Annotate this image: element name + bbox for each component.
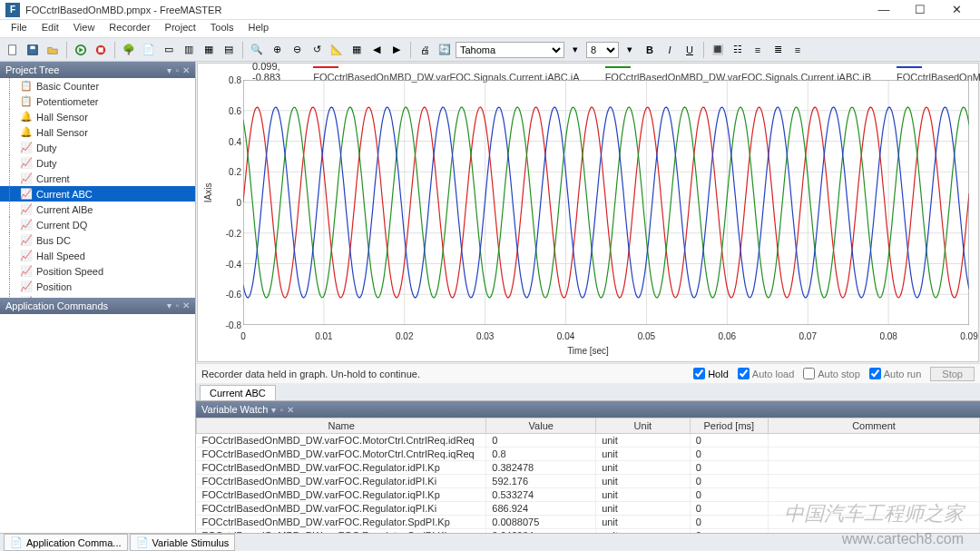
font-size-select[interactable]: 8 [586, 42, 619, 58]
autoload-checkbox[interactable]: Auto load [738, 368, 794, 379]
underline-icon[interactable]: U [681, 41, 699, 59]
watch-cell [768, 488, 979, 502]
dock2-icon[interactable]: ▫ [175, 300, 179, 310]
align-center-icon[interactable]: ≣ [769, 41, 787, 59]
bottom-tab[interactable]: 📄Application Comma... [4, 534, 128, 551]
autostop-checkbox[interactable]: Auto stop [803, 368, 859, 379]
project-tree-header: Project Tree ▾ ▫ ✕ [0, 62, 195, 78]
detail-icon[interactable]: 📄 [140, 41, 158, 59]
stop-icon[interactable] [92, 41, 110, 59]
minimize-button[interactable]: — [866, 0, 902, 20]
close3-icon[interactable]: ✕ [287, 405, 294, 415]
tree-item[interactable]: 📈Current [0, 171, 195, 186]
watch-row[interactable]: FOCctrlBasedOnMBD_DW.varFOC.Regulator.Sp… [197, 516, 980, 529]
new-icon[interactable] [4, 41, 22, 59]
italic-icon[interactable]: I [661, 41, 679, 59]
dock3-icon[interactable]: ▫ [279, 405, 283, 415]
tree-item[interactable]: 🔔Hall Sensor [0, 124, 195, 140]
watch-row[interactable]: FOCctrlBasedOnMBD_DW.varFOC.MotorCtrl.Cn… [197, 434, 980, 448]
align-left-icon[interactable]: ≡ [749, 41, 767, 59]
watch-cell: unit [596, 448, 691, 461]
watch-row[interactable]: FOCctrlBasedOnMBD_DW.varFOC.Regulator.Sp… [197, 529, 980, 534]
zoom-reset-icon[interactable]: ↺ [308, 41, 326, 59]
tree-item[interactable]: 📈Position Speed [0, 263, 195, 279]
watch-cell [768, 461, 979, 475]
open-icon[interactable] [44, 41, 62, 59]
panel-icon[interactable]: ▭ [160, 41, 178, 59]
zoom-full-icon[interactable]: 🔍 [248, 41, 266, 59]
close2-icon[interactable]: ✕ [182, 300, 190, 310]
ruler-icon[interactable]: 📐 [328, 41, 346, 59]
menu-tools[interactable]: Tools [203, 20, 241, 37]
pin3-icon[interactable]: ▾ [271, 405, 276, 415]
chart-area[interactable]: 0.099, -0.883 FOCctrlBasedOnMBD_DW.varFO… [197, 63, 979, 362]
menu-file[interactable]: File [4, 20, 34, 37]
menu-help[interactable]: Help [241, 20, 277, 37]
watch-col-header[interactable]: Period [ms] [690, 418, 768, 434]
watch-col-header[interactable]: Unit [596, 418, 691, 434]
watch-col-header[interactable]: Comment [768, 418, 979, 434]
menu-edit[interactable]: Edit [34, 20, 66, 37]
chart-tabs: Current ABC [196, 383, 980, 401]
zoom-in-icon[interactable]: ⊕ [268, 41, 286, 59]
view3-icon[interactable]: ▤ [220, 41, 238, 59]
x-tick: 0.07 [799, 331, 816, 341]
tree-item[interactable]: 📈Bus DC [0, 232, 195, 248]
app-commands-panel [0, 314, 195, 534]
watch-col-header[interactable]: Name [197, 418, 486, 434]
view1-icon[interactable]: ▥ [180, 41, 198, 59]
watch-row[interactable]: FOCctrlBasedOnMBD_DW.varFOC.Regulator.iq… [197, 488, 980, 502]
pin2-icon[interactable]: ▾ [167, 300, 172, 310]
tree-item[interactable]: 📈Current ABC [0, 186, 195, 202]
prev-icon[interactable]: ◀ [368, 41, 386, 59]
app-icon: F [5, 3, 20, 17]
tree-item[interactable]: 📈Duty [0, 140, 195, 155]
tree-item[interactable]: 📈Position [0, 279, 195, 294]
bottom-tab[interactable]: 📄Variable Stimulus [130, 534, 236, 551]
tree-item[interactable]: 📈Current DQ [0, 217, 195, 232]
tree-item[interactable]: 📈Current AlBe [0, 202, 195, 217]
tab-current-abc[interactable]: Current ABC [200, 385, 276, 400]
align-right-icon[interactable]: ≡ [789, 41, 807, 59]
y-tick: 0 [221, 198, 241, 208]
dock-icon[interactable]: ▫ [175, 65, 179, 75]
print-icon[interactable]: 🖨 [416, 41, 434, 59]
watch-row[interactable]: FOCctrlBasedOnMBD_DW.varFOC.MotorCtrl.Cn… [197, 448, 980, 461]
refresh-icon[interactable]: 🔄 [436, 41, 454, 59]
tree-item[interactable]: 📈Duty [0, 155, 195, 171]
close-panel-icon[interactable]: ✕ [182, 65, 190, 75]
watch-row[interactable]: FOCctrlBasedOnMBD_DW.varFOC.Regulator.id… [197, 461, 980, 475]
layout-icon[interactable]: ☷ [729, 41, 747, 59]
menu-view[interactable]: View [66, 20, 103, 37]
zoom-out-icon[interactable]: ⊖ [288, 41, 306, 59]
bold-icon[interactable]: B [641, 41, 659, 59]
stop-button[interactable]: Stop [930, 367, 975, 381]
autorun-checkbox[interactable]: Auto run [869, 368, 922, 379]
menu-recorder[interactable]: Recorder [102, 20, 157, 37]
tree-item[interactable]: 📈Hall Speed [0, 248, 195, 263]
save-icon[interactable] [24, 41, 42, 59]
dropdown2-icon[interactable]: ▾ [621, 41, 639, 59]
view2-icon[interactable]: ▦ [200, 41, 218, 59]
next-icon[interactable]: ▶ [387, 41, 406, 59]
tree-item-label: Hall Speed [36, 251, 85, 261]
maximize-button[interactable]: ☐ [902, 0, 938, 20]
project-tree[interactable]: 📋Basic Counter📋Potentiometer🔔Hall Sensor… [0, 78, 195, 298]
tree-item[interactable]: 📋Basic Counter [0, 78, 195, 93]
watch-row[interactable]: FOCctrlBasedOnMBD_DW.varFOC.Regulator.id… [197, 475, 980, 488]
watch-col-header[interactable]: Value [486, 418, 596, 434]
watch-row[interactable]: FOCctrlBasedOnMBD_DW.varFOC.Regulator.iq… [197, 502, 980, 516]
tree-icon[interactable]: 🌳 [120, 41, 138, 59]
grid-icon[interactable]: ▦ [348, 41, 366, 59]
menu-project[interactable]: Project [158, 20, 203, 37]
variable-watch[interactable]: NameValueUnitPeriod [ms]CommentFOCctrlBa… [196, 418, 980, 533]
go-icon[interactable] [72, 41, 90, 59]
pin-icon[interactable]: ▾ [167, 65, 172, 75]
dropdown-icon[interactable]: ▾ [566, 41, 584, 59]
tree-item[interactable]: 🔔Hall Sensor [0, 109, 195, 124]
hold-checkbox[interactable]: Hold [693, 368, 729, 379]
color-icon[interactable]: 🔳 [709, 41, 727, 59]
font-select[interactable]: Tahoma [456, 42, 564, 58]
tree-item[interactable]: 📋Potentiometer [0, 93, 195, 109]
close-button[interactable]: ✕ [938, 0, 975, 20]
